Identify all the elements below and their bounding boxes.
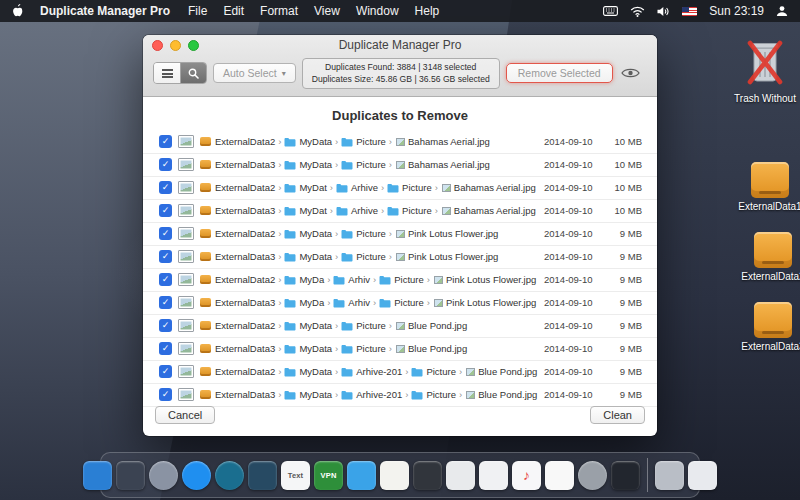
duplicate-row[interactable]: ✓ExternalData3›MyDa›Arhiv›Picture›Pink L… bbox=[143, 292, 657, 315]
clean-button[interactable]: Clean bbox=[590, 406, 645, 424]
trash-icon[interactable] bbox=[688, 461, 717, 490]
menu-window[interactable]: Window bbox=[356, 4, 399, 18]
folder-label: MyData bbox=[299, 343, 332, 354]
desktop-icon-externaldata1[interactable]: ExternalData1 bbox=[731, 162, 800, 212]
desktop-icon-label: Trash Without bbox=[726, 93, 800, 104]
keyboard-icon[interactable] bbox=[603, 6, 618, 16]
close-button[interactable] bbox=[152, 40, 163, 51]
breadcrumb-separator: › bbox=[435, 182, 438, 193]
folder-label: Arhive bbox=[351, 205, 378, 216]
duplicate-row[interactable]: ✓ExternalData2›MyData›Arhive-201›Picture… bbox=[143, 361, 657, 384]
flag-us-icon[interactable] bbox=[682, 7, 697, 16]
reminders-icon[interactable] bbox=[446, 461, 475, 490]
trash-full-icon[interactable] bbox=[655, 461, 684, 490]
user-icon[interactable] bbox=[776, 5, 788, 17]
title-bar[interactable]: Duplicate Manager Pro bbox=[143, 35, 657, 56]
siri-icon[interactable] bbox=[149, 461, 178, 490]
vpn-icon[interactable]: VPN bbox=[314, 461, 343, 490]
desktop-icon-externaldata3[interactable]: ExternalData3 bbox=[734, 302, 800, 352]
duplicate-row[interactable]: ✓ExternalData3›MyData›Picture›Blue Pond.… bbox=[143, 338, 657, 361]
drive-icon bbox=[200, 390, 211, 399]
remove-selected-button[interactable]: Remove Selected bbox=[506, 63, 613, 83]
drive-icon bbox=[200, 321, 211, 330]
mail-icon[interactable] bbox=[248, 461, 277, 490]
file-size: 9 MB bbox=[602, 297, 642, 308]
auto-select-button[interactable]: Auto Select ▾ bbox=[213, 63, 296, 83]
row-checkbox[interactable]: ✓ bbox=[159, 227, 172, 240]
menu-help[interactable]: Help bbox=[415, 4, 440, 18]
desktop-icon-externaldata2[interactable]: ExternalData2 bbox=[734, 232, 800, 282]
file-size: 9 MB bbox=[602, 228, 642, 239]
zoom-button[interactable] bbox=[188, 40, 199, 51]
auto-select-label: Auto Select bbox=[223, 67, 277, 79]
file-date: 2014-09-10 bbox=[544, 251, 602, 262]
duplicate-row[interactable]: ✓ExternalData2›MyDa›Arhiv›Picture›Pink L… bbox=[143, 269, 657, 292]
file-size: 9 MB bbox=[602, 366, 642, 377]
app-store-icon[interactable] bbox=[215, 461, 244, 490]
duplicate-row[interactable]: ✓ExternalData2›MyData›Picture›Bahamas Ae… bbox=[143, 131, 657, 154]
apple-menu-icon[interactable] bbox=[12, 4, 24, 18]
volume-icon[interactable] bbox=[657, 6, 670, 17]
row-checkbox[interactable]: ✓ bbox=[159, 319, 172, 332]
safari-icon[interactable] bbox=[182, 461, 211, 490]
duplicate-row[interactable]: ✓ExternalData3›MyDat›Arhive›Picture›Baha… bbox=[143, 200, 657, 223]
breadcrumb-separator: › bbox=[389, 343, 392, 354]
desktop-icon-trash-without[interactable]: Trash Without bbox=[726, 38, 800, 104]
breadcrumb-separator: › bbox=[373, 297, 376, 308]
folder-label: Picture bbox=[356, 159, 386, 170]
system-preferences-icon[interactable] bbox=[578, 461, 607, 490]
menubar-clock[interactable]: Sun 23:19 bbox=[709, 4, 764, 18]
row-checkbox[interactable]: ✓ bbox=[159, 273, 172, 286]
menu-view[interactable]: View bbox=[314, 4, 340, 18]
photo-thumbnail bbox=[178, 135, 194, 148]
duplicate-row[interactable]: ✓ExternalData3›MyData›Picture›Pink Lotus… bbox=[143, 246, 657, 269]
image-file-icon bbox=[434, 276, 443, 284]
calculator-icon[interactable] bbox=[413, 461, 442, 490]
image-file-icon bbox=[434, 299, 443, 307]
image-file-icon bbox=[466, 391, 475, 399]
duplicate-row[interactable]: ✓ExternalData3›MyData›Picture›Bahamas Ae… bbox=[143, 154, 657, 177]
active-app-name[interactable]: Duplicate Manager Pro bbox=[40, 4, 170, 18]
drive-label: ExternalData2 bbox=[215, 366, 275, 377]
notes-icon[interactable] bbox=[380, 461, 409, 490]
textedit-icon[interactable]: Text bbox=[281, 461, 310, 490]
row-checkbox[interactable]: ✓ bbox=[159, 296, 172, 309]
menu-edit[interactable]: Edit bbox=[223, 4, 244, 18]
row-checkbox[interactable]: ✓ bbox=[159, 342, 172, 355]
folder-icon bbox=[341, 252, 353, 262]
folder-label: MyDat bbox=[299, 182, 326, 193]
minimize-button[interactable] bbox=[170, 40, 181, 51]
folder-label: Arhiv bbox=[348, 297, 370, 308]
itunes-icon[interactable]: ♪ bbox=[512, 461, 541, 490]
launchpad-icon[interactable] bbox=[116, 461, 145, 490]
duplicate-row[interactable]: ✓ExternalData2›MyData›Picture›Pink Lotus… bbox=[143, 223, 657, 246]
cancel-button[interactable]: Cancel bbox=[155, 406, 215, 424]
preview-eye-button[interactable] bbox=[619, 65, 642, 81]
window-content: Duplicates to Remove ✓ExternalData2›MyDa… bbox=[143, 97, 657, 432]
maps-icon[interactable] bbox=[347, 461, 376, 490]
menu-file[interactable]: File bbox=[188, 4, 207, 18]
duplicate-row[interactable]: ✓ExternalData3›MyData›Arhive-201›Picture… bbox=[143, 384, 657, 407]
row-checkbox[interactable]: ✓ bbox=[159, 181, 172, 194]
menubar-status-area: Sun 23:19 bbox=[603, 4, 788, 18]
duplicate-row[interactable]: ✓ExternalData2›MyDat›Arhive›Picture›Baha… bbox=[143, 177, 657, 200]
pages-icon[interactable] bbox=[479, 461, 508, 490]
row-checkbox[interactable]: ✓ bbox=[159, 135, 172, 148]
row-checkbox[interactable]: ✓ bbox=[159, 204, 172, 217]
duplicate-row[interactable]: ✓ExternalData2›MyData›Picture›Blue Pond.… bbox=[143, 315, 657, 338]
file-date: 2014-09-10 bbox=[544, 159, 602, 170]
menu-format[interactable]: Format bbox=[260, 4, 298, 18]
file-size: 10 MB bbox=[602, 136, 642, 147]
row-checkbox[interactable]: ✓ bbox=[159, 388, 172, 401]
list-view-button[interactable] bbox=[154, 63, 180, 83]
row-checkbox[interactable]: ✓ bbox=[159, 365, 172, 378]
photos-icon[interactable] bbox=[545, 461, 574, 490]
image-file-icon bbox=[396, 322, 405, 330]
finder-icon[interactable] bbox=[83, 461, 112, 490]
row-checkbox[interactable]: ✓ bbox=[159, 250, 172, 263]
wifi-icon[interactable] bbox=[630, 6, 645, 17]
row-checkbox[interactable]: ✓ bbox=[159, 158, 172, 171]
preview-view-button[interactable] bbox=[180, 63, 206, 83]
drive-label: ExternalData2 bbox=[215, 274, 275, 285]
terminal-icon[interactable] bbox=[611, 461, 640, 490]
